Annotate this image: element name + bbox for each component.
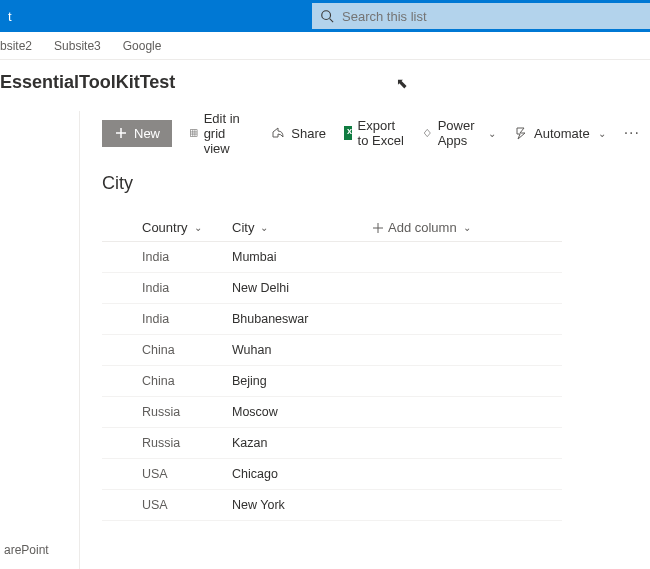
cell-country: Russia <box>102 405 232 419</box>
cell-city: Moscow <box>232 405 372 419</box>
cell-city: New Delhi <box>232 281 372 295</box>
app-name-fragment: t <box>0 9 20 24</box>
command-bar: New Edit in grid view Share Export to Ex… <box>102 111 650 155</box>
table-row[interactable]: ChinaBejing <box>102 366 562 397</box>
cell-city: Chicago <box>232 467 372 481</box>
cell-country: China <box>102 374 232 388</box>
search-icon <box>320 9 334 23</box>
table-row[interactable]: IndiaBhubaneswar <box>102 304 562 335</box>
powerapps-button[interactable]: Power Apps ⌄ <box>423 118 496 148</box>
excel-icon <box>344 126 352 140</box>
cell-country: India <box>102 281 232 295</box>
powerapps-icon <box>423 126 432 140</box>
column-label: Country <box>142 220 188 235</box>
table-row[interactable]: IndiaMumbai <box>102 242 562 273</box>
subnav-link[interactable]: Google <box>123 39 162 53</box>
main-content: New Edit in grid view Share Export to Ex… <box>80 111 650 569</box>
new-button-label: New <box>134 126 160 141</box>
automate-button[interactable]: Automate ⌄ <box>514 126 606 141</box>
site-title: EssentialToolKitTest <box>0 72 650 93</box>
share-button[interactable]: Share <box>271 126 326 141</box>
export-label: Export to Excel <box>358 118 406 148</box>
automate-icon <box>514 126 528 140</box>
cell-city: Wuhan <box>232 343 372 357</box>
grid-icon <box>190 126 198 140</box>
cell-country: USA <box>102 467 232 481</box>
search-box[interactable] <box>312 3 650 29</box>
subsite-nav: bsite2 Subsite3 Google <box>0 32 650 60</box>
chevron-down-icon: ⌄ <box>260 222 268 233</box>
cell-country: Russia <box>102 436 232 450</box>
site-header: EssentialToolKitTest <box>0 60 650 111</box>
cell-city: Bhubaneswar <box>232 312 372 326</box>
cell-country: India <box>102 312 232 326</box>
table-row[interactable]: USAChicago <box>102 459 562 490</box>
chevron-down-icon: ⌄ <box>598 128 606 139</box>
table-row[interactable]: ChinaWuhan <box>102 335 562 366</box>
edit-grid-label: Edit in grid view <box>204 111 254 156</box>
export-excel-button[interactable]: Export to Excel <box>344 118 405 148</box>
subnav-link[interactable]: bsite2 <box>0 39 32 53</box>
more-button[interactable]: ··· <box>624 124 640 142</box>
column-header-city[interactable]: City ⌄ <box>232 220 372 235</box>
column-label: City <box>232 220 254 235</box>
chevron-down-icon: ⌄ <box>488 128 496 139</box>
table-row[interactable]: RussiaMoscow <box>102 397 562 428</box>
chevron-down-icon: ⌄ <box>194 222 202 233</box>
table-row[interactable]: RussiaKazan <box>102 428 562 459</box>
plus-icon <box>372 222 384 234</box>
left-nav: arePoint <box>0 111 80 569</box>
cell-city: New York <box>232 498 372 512</box>
suite-header: t <box>0 0 650 32</box>
cell-country: India <box>102 250 232 264</box>
svg-line-1 <box>330 19 334 23</box>
chevron-down-icon: ⌄ <box>463 222 471 233</box>
left-nav-link[interactable]: arePoint <box>4 543 75 563</box>
plus-icon <box>114 126 128 140</box>
column-header-country[interactable]: Country ⌄ <box>102 220 232 235</box>
list-title: City <box>102 155 650 214</box>
svg-rect-4 <box>191 130 198 137</box>
share-label: Share <box>291 126 326 141</box>
new-button[interactable]: New <box>102 120 172 147</box>
subnav-link[interactable]: Subsite3 <box>54 39 101 53</box>
add-column-label: Add column <box>388 220 457 235</box>
cell-country: USA <box>102 498 232 512</box>
svg-point-0 <box>322 11 331 20</box>
cell-city: Bejing <box>232 374 372 388</box>
table-row[interactable]: IndiaNew Delhi <box>102 273 562 304</box>
list-table: Country ⌄ City ⌄ Add column ⌄ IndiaMumba… <box>102 214 562 521</box>
edit-grid-button[interactable]: Edit in grid view <box>190 111 253 156</box>
table-row[interactable]: USANew York <box>102 490 562 521</box>
add-column-button[interactable]: Add column ⌄ <box>372 220 562 235</box>
search-input[interactable] <box>342 9 642 24</box>
cell-country: China <box>102 343 232 357</box>
share-icon <box>271 126 285 140</box>
table-header: Country ⌄ City ⌄ Add column ⌄ <box>102 214 562 242</box>
automate-label: Automate <box>534 126 590 141</box>
powerapps-label: Power Apps <box>438 118 480 148</box>
cell-city: Kazan <box>232 436 372 450</box>
cell-city: Mumbai <box>232 250 372 264</box>
